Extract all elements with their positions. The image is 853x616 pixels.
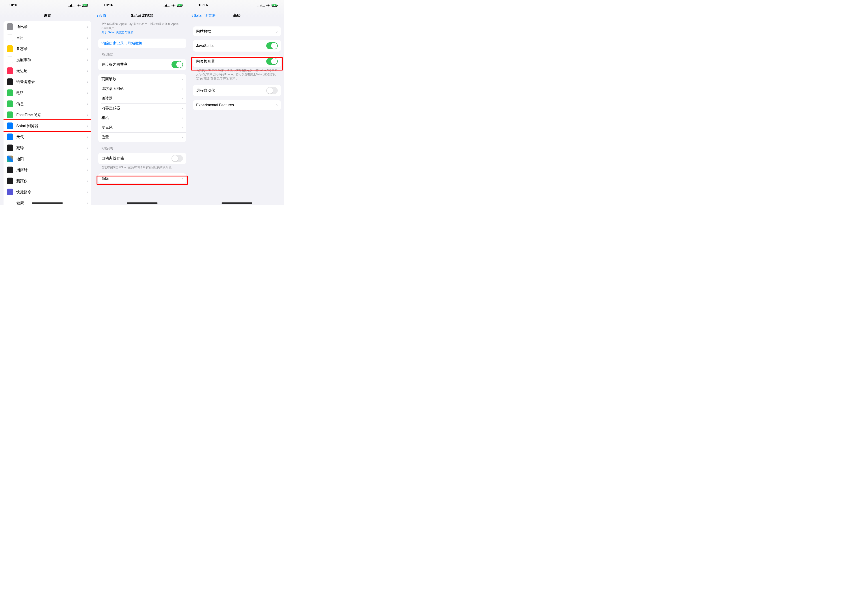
website-settings-group: 页面缩放›请求桌面网站›阅读器›内容拦截器›相机›麦克风›位置› [98,74,186,142]
back-button[interactable]: ‹ 设置 [97,12,106,18]
settings-row-safari[interactable]: Safari 浏览器› [3,120,91,131]
web-inspector-group: 网页检查器 [193,56,281,67]
shortcuts-icon [7,189,13,195]
back-button[interactable]: ‹ Safari 浏览器 [191,12,216,18]
settings-row-messages[interactable]: 信息› [3,98,91,109]
settings-row-compass[interactable]: 指南针› [3,164,91,176]
settings-row-label: 快捷指令 [16,189,87,195]
auto-save-offline-toggle[interactable] [172,155,183,162]
svg-point-14 [167,6,168,6]
remote-automation-group: 远程自动化 [193,85,281,96]
advanced-content[interactable]: 网站数据 › JavaScript 网页检查器 若要使用"网页检查器"，请使用线… [190,20,284,205]
settings-row-calendar[interactable]: 日历› [3,32,91,43]
svg-rect-23 [261,5,261,7]
share-across-devices-row[interactable]: 在设备之间共享 [98,59,186,70]
settings-row-reminders[interactable]: 提醒事项› [3,54,91,65]
battery-charging-icon [177,4,184,7]
javascript-row[interactable]: JavaScript [193,40,281,51]
web-inspector-row[interactable]: 网页检查器 [193,56,281,67]
experimental-features-row[interactable]: Experimental Features › [193,100,281,110]
chevron-right-icon: › [87,168,88,173]
safari-advanced-screen: 10:16 ‹ Safari 浏览器 高级 网站数据 › JavaScript [190,0,284,205]
settings-row-health[interactable]: 健康› [3,197,91,205]
setting-row-label: 位置 [102,135,181,140]
settings-row-contacts[interactable]: 通讯录› [3,21,91,32]
auto-save-offline-row[interactable]: 自动离线存储 [98,153,186,164]
settings-screen: 10:16 设置 通讯录›日历›备忘录›提醒事项›无边记›语音备忘录›电话›信息… [0,0,95,205]
advanced-row[interactable]: 高级 › [98,173,186,183]
settings-row-label: 日历 [16,35,87,40]
settings-row-label: 无边记 [16,68,87,73]
dual-sim-signal-icon [163,4,170,7]
share-across-devices-label: 在设备之间共享 [102,62,172,67]
settings-row-label: 提醒事项 [16,57,87,62]
settings-row-measure[interactable]: 测距仪› [3,176,91,186]
chevron-right-icon: › [87,101,88,106]
compass-icon [7,166,13,173]
safari-settings-screen: 10:16 ‹ 设置 Safari 浏览器 允许网站检查 Apple Pay 是… [95,0,190,205]
privacy-link[interactable]: 关于 Safari 浏览器与隐私… [102,30,136,34]
remote-automation-toggle[interactable] [266,87,278,94]
settings-row-shortcuts[interactable]: 快捷指令› [3,186,91,197]
status-bar: 10:16 [95,0,190,11]
setting-row[interactable]: 阅读器› [98,94,186,103]
setting-row[interactable]: 页面缩放› [98,74,186,84]
chevron-right-icon: › [87,189,88,195]
setting-row[interactable]: 位置› [98,132,186,142]
svg-point-16 [169,6,170,6]
reminders-icon [7,56,13,63]
remote-automation-row[interactable]: 远程自动化 [193,85,281,96]
setting-row-label: 麦克风 [102,125,181,130]
web-inspector-label: 网页检查器 [196,59,266,64]
website-data-row[interactable]: 网站数据 › [193,26,281,36]
home-indicator[interactable] [127,203,158,204]
svg-rect-8 [88,5,88,6]
auto-save-footer: 自动存储来自 iCloud 的所有阅读列表项目以供离线阅读。 [102,165,183,170]
chevron-right-icon: › [181,96,183,101]
settings-list: 通讯录›日历›备忘录›提醒事项›无边记›语音备忘录›电话›信息›FaceTime… [3,21,91,205]
svg-rect-2 [70,5,71,7]
chevron-right-icon: › [87,135,88,139]
setting-row-label: 内容拦截器 [102,106,181,110]
nav-bar: ‹ 设置 Safari 浏览器 [95,11,190,20]
status-bar: 10:16 [190,0,284,11]
wifi-icon [77,4,80,7]
settings-row-maps[interactable]: 地图› [3,153,91,164]
safari-content[interactable]: 允许网站检查 Apple Pay 是否已启用，以及你是否拥有 Apple Car… [95,20,190,205]
web-inspector-footer: 若要使用"网页检查器"，请使用线缆连接电脑上的Safari浏览器并从"开发"菜单… [196,68,278,81]
calendar-icon [7,34,13,41]
chevron-right-icon: › [87,200,88,206]
svg-point-15 [168,6,169,6]
chevron-right-icon: › [181,125,183,130]
settings-row-weather[interactable]: 天气› [3,131,91,142]
status-bar: 10:16 [0,0,95,11]
measure-icon [7,177,13,184]
phone-icon [7,89,13,96]
setting-row[interactable]: 麦克风› [98,123,186,132]
settings-content[interactable]: 通讯录›日历›备忘录›提醒事项›无边记›语音备忘录›电话›信息›FaceTime… [0,20,95,205]
svg-rect-12 [165,5,165,7]
svg-rect-3 [71,5,72,7]
setting-row[interactable]: 请求桌面网站› [98,84,186,94]
setting-row[interactable]: 相机› [98,113,186,123]
home-indicator[interactable] [222,203,252,204]
settings-row-facetime[interactable]: FaceTime 通话› [3,109,91,120]
share-across-devices-toggle[interactable] [172,61,183,68]
svg-point-5 [73,6,74,6]
chevron-right-icon: › [181,106,183,110]
javascript-toggle[interactable] [266,42,278,49]
share-devices-group: 在设备之间共享 [98,59,186,70]
home-indicator[interactable] [32,203,63,204]
settings-row-translate[interactable]: 翻译› [3,142,91,153]
settings-row-voice-memos[interactable]: 语音备忘录› [3,76,91,87]
svg-point-21 [258,6,259,6]
setting-row-label: 页面缩放 [102,76,181,82]
settings-row-freeform[interactable]: 无边记› [3,65,91,76]
web-inspector-toggle[interactable] [266,58,278,65]
settings-row-phone[interactable]: 电话› [3,87,91,98]
settings-row-notes[interactable]: 备忘录› [3,43,91,54]
setting-row[interactable]: 内容拦截器› [98,103,186,113]
svg-rect-13 [166,5,167,7]
clear-history-row[interactable]: 清除历史记录与网站数据 [98,39,186,48]
setting-row-label: 相机 [102,115,181,120]
